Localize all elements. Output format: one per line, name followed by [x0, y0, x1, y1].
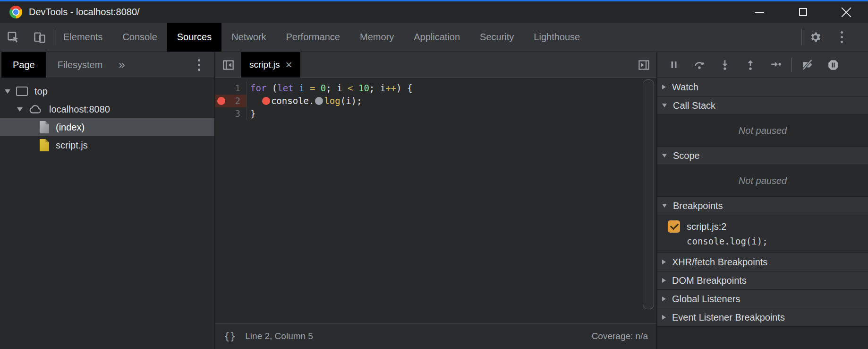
- line-number-gutter-breakpoint[interactable]: 2: [215, 95, 247, 107]
- collapse-arrow-icon: [662, 315, 666, 320]
- section-xhr-breakpoints[interactable]: XHR/fetch Breakpoints: [657, 253, 868, 271]
- section-global-listeners[interactable]: Global Listeners: [657, 290, 868, 308]
- editor-scrollbar[interactable]: [643, 79, 654, 309]
- chrome-logo-icon: [9, 6, 22, 18]
- file-js-icon: [40, 139, 49, 151]
- expand-arrow-icon[interactable]: [17, 107, 23, 112]
- tree-item-label: localhost:8080: [49, 104, 110, 115]
- close-tab-icon[interactable]: ×: [285, 59, 292, 70]
- breakpoint-marker-icon[interactable]: [217, 97, 225, 105]
- code-token: let: [277, 83, 293, 93]
- step-button[interactable]: [766, 55, 786, 75]
- close-button[interactable]: [825, 1, 868, 23]
- tree-item-top[interactable]: top: [0, 82, 214, 100]
- tab-lighthouse[interactable]: Lighthouse: [524, 23, 590, 52]
- call-stack-content: Not paused: [657, 115, 868, 147]
- maximize-button[interactable]: [781, 1, 825, 23]
- step-out-button[interactable]: [740, 55, 761, 75]
- section-event-listener-breakpoints[interactable]: Event Listener Breakpoints: [657, 308, 868, 327]
- pause-on-exceptions-button[interactable]: [823, 55, 843, 75]
- section-scope[interactable]: Scope: [657, 147, 868, 165]
- code-token: 0: [321, 83, 326, 93]
- more-options-button[interactable]: [828, 23, 855, 52]
- code-token: [315, 83, 320, 93]
- step-out-icon: [744, 59, 757, 71]
- breakpoint-entry[interactable]: script.js:2 console.log(i);: [657, 215, 868, 253]
- cloud-icon: [28, 104, 43, 115]
- tab-elements[interactable]: Elements: [53, 23, 112, 52]
- titlebar: DevTools - localhost:8080/: [0, 1, 868, 23]
- expand-arrow-icon[interactable]: [5, 89, 10, 94]
- tab-memory[interactable]: Memory: [350, 23, 404, 52]
- device-toolbar-button[interactable]: [26, 23, 53, 52]
- code-row-3: 3 }: [215, 107, 656, 120]
- navigator-tabbar: Page Filesystem »: [0, 52, 214, 78]
- tab-application[interactable]: Application: [404, 23, 470, 52]
- deactivate-breakpoints-icon: [801, 59, 814, 71]
- maximize-icon: [799, 8, 807, 16]
- more-tabs-icon[interactable]: »: [114, 52, 129, 78]
- deactivate-breakpoints-button[interactable]: [797, 55, 818, 75]
- tab-sources[interactable]: Sources: [167, 23, 221, 52]
- breakpoints-content: script.js:2 console.log(i);: [657, 215, 868, 253]
- main-area: Page Filesystem » top: [0, 52, 868, 349]
- code-token: =: [310, 83, 315, 93]
- coverage-status: Coverage: n/a: [592, 331, 648, 341]
- tab-filesystem[interactable]: Filesystem: [46, 52, 114, 78]
- code-token: (i);: [340, 96, 362, 106]
- hide-navigator-button[interactable]: [215, 52, 241, 78]
- minimize-button[interactable]: [738, 1, 781, 23]
- settings-button[interactable]: [802, 23, 828, 52]
- code-token: for: [250, 83, 266, 93]
- cursor-position: Line 2, Column 5: [245, 331, 313, 341]
- step-over-button[interactable]: [689, 55, 710, 75]
- scope-content: Not paused: [657, 165, 868, 197]
- section-label: Watch: [672, 82, 698, 93]
- code-token: [250, 96, 261, 106]
- tab-network[interactable]: Network: [221, 23, 276, 52]
- tree-item-index[interactable]: (index): [0, 118, 214, 136]
- line-number: 1: [235, 83, 240, 93]
- tab-page[interactable]: Page: [1, 52, 46, 78]
- section-dom-breakpoints[interactable]: DOM Breakpoints: [657, 271, 868, 290]
- hide-debugger-button[interactable]: [631, 52, 656, 78]
- pause-script-button[interactable]: [664, 55, 684, 75]
- tab-console[interactable]: Console: [112, 23, 167, 52]
- section-watch[interactable]: Watch: [657, 78, 868, 96]
- code-line-2: console.log(i);: [247, 95, 362, 107]
- editor-tab-label: script.js: [249, 60, 280, 70]
- window-title: DevTools - localhost:8080/: [29, 7, 140, 17]
- code-token: (: [266, 83, 277, 93]
- tab-performance[interactable]: Performance: [276, 23, 350, 52]
- step-into-button[interactable]: [715, 55, 735, 75]
- editor-tab-scriptjs[interactable]: script.js ×: [241, 52, 300, 78]
- tree-item-localhost[interactable]: localhost:8080: [0, 100, 214, 118]
- section-label: DOM Breakpoints: [672, 275, 747, 286]
- section-call-stack[interactable]: Call Stack: [657, 96, 868, 115]
- inspect-cursor-icon: [7, 31, 20, 44]
- code-token: log: [324, 96, 340, 106]
- collapse-arrow-icon: [662, 260, 666, 264]
- code-token: [304, 83, 309, 93]
- tab-security[interactable]: Security: [470, 23, 524, 52]
- not-paused-message: Not paused: [657, 165, 868, 196]
- pretty-print-button[interactable]: {}: [224, 331, 236, 342]
- navigator-menu-button[interactable]: [198, 52, 200, 78]
- pause-on-exceptions-icon: [827, 59, 840, 71]
- expand-arrow-icon: [662, 154, 667, 157]
- code-token: [353, 83, 358, 93]
- debugger-toolbar-divider: [791, 58, 792, 72]
- line-number-gutter[interactable]: 1: [215, 82, 247, 95]
- section-label: Scope: [673, 150, 700, 161]
- code-editor[interactable]: 1 for (let i = 0; i < 10; i++) { 2 conso…: [215, 78, 656, 323]
- breakpoint-checkbox[interactable]: [668, 220, 680, 233]
- line-number: 3: [235, 108, 240, 119]
- inspect-element-button[interactable]: [0, 23, 26, 52]
- code-token: [294, 83, 299, 93]
- inline-breakpoint-candidate[interactable]: [315, 97, 323, 105]
- section-breakpoints[interactable]: Breakpoints: [657, 197, 868, 215]
- inline-breakpoint-marker[interactable]: [262, 97, 270, 105]
- step-over-icon: [693, 59, 706, 71]
- line-number-gutter[interactable]: 3: [215, 107, 247, 120]
- tree-item-scriptjs[interactable]: script.js: [0, 136, 214, 154]
